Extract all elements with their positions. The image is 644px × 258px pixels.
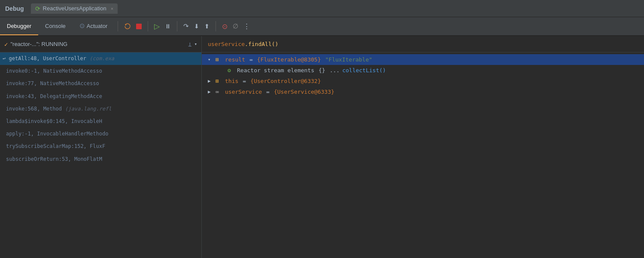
stack-frame-3[interactable]: invoke:43, DelegatingMethodAcce bbox=[0, 90, 201, 103]
result-value-ref: {FluxIterable@8305} bbox=[257, 56, 321, 63]
tab-close-button[interactable]: × bbox=[111, 6, 113, 11]
actuator-icon: ⊙ bbox=[79, 22, 85, 30]
variable-result-row[interactable]: ▾ ⊞ result = {FluxIterable@8305} "FluxIt… bbox=[202, 54, 644, 65]
more-options-button[interactable]: ⋮ bbox=[241, 21, 252, 32]
stack-frame-7[interactable]: trySubscribeScalarMap:152, FluxF bbox=[0, 140, 201, 153]
this-expand-icon[interactable]: ▶ bbox=[208, 78, 213, 84]
reactor-stream-row[interactable]: ⚙ Reactor stream elements {} ... collect… bbox=[202, 65, 644, 76]
this-value: {UserController@6332} bbox=[250, 78, 321, 84]
step-into-icon: ⬇ bbox=[194, 23, 199, 30]
tab-actuator[interactable]: ⊙ Actuator bbox=[73, 17, 114, 35]
stack-list: getAll:48, UserController (com.exa invok… bbox=[0, 52, 201, 258]
toolbar-divider-1 bbox=[118, 21, 118, 31]
stack-frame-label: getAll:48, UserController (com.exa bbox=[9, 55, 114, 61]
result-expand-icon[interactable]: ▾ bbox=[208, 57, 213, 62]
reactor-gear-icon: ⚙ bbox=[228, 67, 234, 74]
running-status: "reactor-...": RUNNING bbox=[10, 41, 67, 47]
dropdown-arrow-icon[interactable]: ▾ bbox=[194, 41, 197, 47]
reactor-stream-label: Reactor stream elements bbox=[237, 67, 314, 74]
pause-button[interactable]: ⏸ bbox=[162, 21, 173, 31]
reactor-ellipsis: ... bbox=[330, 67, 340, 74]
expression-bar: userService.findAll() bbox=[202, 36, 644, 52]
resume-icon: ▷ bbox=[154, 22, 160, 31]
collect-list-link[interactable]: collectList() bbox=[342, 67, 386, 74]
filter-icon[interactable]: ⊥ bbox=[188, 41, 191, 48]
stack-frame-current[interactable]: getAll:48, UserController (com.exa bbox=[0, 52, 201, 65]
evaluate-button[interactable]: ∅ bbox=[230, 21, 241, 32]
svg-marker-0 bbox=[125, 24, 127, 26]
result-table-icon: ⊞ bbox=[216, 56, 222, 63]
running-bar: ✓ "reactor-...": RUNNING ⊥ ▾ bbox=[0, 36, 201, 52]
variables-area: ▾ ⊞ result = {FluxIterable@8305} "FluxIt… bbox=[202, 52, 644, 258]
step-over-icon: ↷ bbox=[183, 22, 189, 30]
userservice-infinity-icon: ∞ bbox=[216, 89, 222, 95]
result-name: result bbox=[225, 56, 245, 63]
userservice-name: userService bbox=[225, 89, 262, 95]
main-area: ✓ "reactor-...": RUNNING ⊥ ▾ getAll:48, … bbox=[0, 36, 644, 258]
stack-frame-2[interactable]: invoke:77, NativeMethodAccesso bbox=[0, 77, 201, 90]
variable-userservice-row[interactable]: ▶ ∞ userService = {UserService@6333} bbox=[202, 86, 644, 97]
evaluate-icon: ∅ bbox=[233, 22, 238, 30]
tab-icon: ⟳ bbox=[35, 5, 40, 12]
userservice-value: {UserService@6333} bbox=[274, 89, 334, 95]
step-out-button[interactable]: ⬆ bbox=[202, 21, 212, 31]
more-icon: ⋮ bbox=[243, 22, 250, 30]
step-over-button[interactable]: ↷ bbox=[181, 21, 191, 32]
step-out-icon: ⬆ bbox=[204, 23, 210, 30]
title-bar: Debug ⟳ ReactiveUsersApplication × bbox=[0, 0, 644, 17]
toolbar-divider-4 bbox=[216, 21, 216, 31]
tab-debugger[interactable]: Debugger bbox=[0, 17, 38, 35]
toolbar-divider-2 bbox=[148, 21, 148, 31]
toolbar-divider-3 bbox=[177, 21, 177, 31]
this-name: this bbox=[225, 78, 238, 84]
rerun-button[interactable] bbox=[122, 21, 134, 31]
stack-frame-5[interactable]: lambda$invoke$0:145, InvocableH bbox=[0, 115, 201, 128]
expression-object: userService.findAll() bbox=[208, 41, 278, 47]
run-to-cursor-button[interactable]: ⊙ bbox=[219, 21, 230, 32]
step-into-button[interactable]: ⬇ bbox=[191, 21, 202, 31]
this-table-icon: ⊞ bbox=[216, 78, 222, 84]
stack-frame-4[interactable]: invoke:568, Method (java.lang.refl bbox=[0, 103, 201, 115]
left-panel: ✓ "reactor-...": RUNNING ⊥ ▾ getAll:48, … bbox=[0, 36, 202, 258]
pause-icon: ⏸ bbox=[165, 23, 171, 30]
stop-icon bbox=[136, 24, 142, 29]
rerun-icon bbox=[124, 23, 131, 30]
toolbar: Debugger Console ⊙ Actuator ▷ ⏸ ↷ ⬇ ⬆ bbox=[0, 17, 644, 36]
userservice-expand-icon[interactable]: ▶ bbox=[208, 89, 213, 95]
running-check-icon: ✓ bbox=[4, 41, 8, 48]
run-to-cursor-icon: ⊙ bbox=[222, 22, 228, 31]
tab-label: ReactiveUsersApplication bbox=[43, 5, 106, 12]
tab-console[interactable]: Console bbox=[38, 17, 73, 35]
resume-button[interactable]: ▷ bbox=[152, 20, 162, 33]
result-value-string: "FluxIterable" bbox=[325, 56, 373, 63]
toolbar-tabs: Debugger Console ⊙ Actuator bbox=[0, 17, 114, 35]
variable-this-row[interactable]: ▶ ⊞ this = {UserController@6332} bbox=[202, 76, 644, 86]
stack-frame-8[interactable]: subscribeOrReturn:53, MonoFlatM bbox=[0, 153, 201, 166]
app-title: Debug bbox=[5, 5, 24, 12]
app-tab[interactable]: ⟳ ReactiveUsersApplication × bbox=[31, 3, 118, 14]
stop-button[interactable] bbox=[134, 22, 144, 31]
reactor-braces: {} bbox=[319, 67, 325, 74]
stack-frame-1[interactable]: invoke0:-1, NativeMethodAccesso bbox=[0, 65, 201, 77]
right-panel: userService.findAll() ▾ ⊞ result = {Flux… bbox=[202, 36, 644, 258]
stack-frame-6[interactable]: apply:-1, InvocableHandlerMethodo bbox=[0, 128, 201, 140]
